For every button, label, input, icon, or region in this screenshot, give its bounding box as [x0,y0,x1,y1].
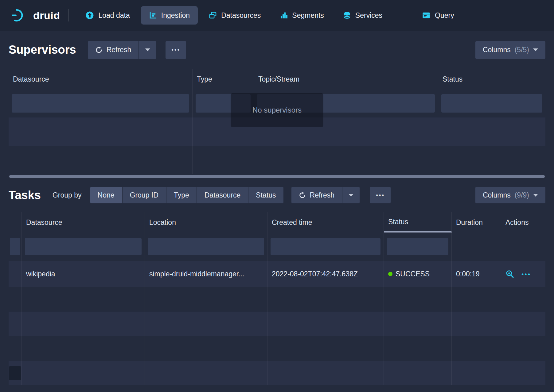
tasks-status-filter-input[interactable] [387,238,448,255]
supervisors-refresh-group: Refresh [88,41,157,59]
tab-services[interactable]: Services [335,6,390,25]
empty-cell [145,287,267,312]
empty-cell [9,336,22,361]
supervisors-status-filter-input[interactable] [441,94,542,113]
segments-icon [280,11,288,19]
cell-duration: 0:00:19 [452,261,501,287]
group-by-group-id-button[interactable]: Group ID [123,187,166,203]
empty-cell [501,336,545,361]
header-topic-stream[interactable]: Topic/Stream [254,69,438,89]
empty-cell [438,146,545,174]
refresh-icon [95,46,103,54]
supervisors-columns-button[interactable]: Columns (5/5) [475,41,545,59]
chevron-down-icon [145,48,150,51]
row-spacer-cell [9,261,22,287]
load-data-icon [85,11,94,20]
filter-cell [145,233,267,261]
magnify-task-icon[interactable] [505,270,514,278]
tasks-refresh-caret-button[interactable] [342,187,360,203]
group-by-type-button[interactable]: Type [166,187,197,203]
tab-datasources[interactable]: Datasources [201,6,269,25]
empty-cell [9,312,22,336]
top-navbar: druid Load data Ingestion [0,0,554,31]
main-navigation: Load data Ingestion Datasources [77,6,462,25]
columns-label: Columns [483,191,511,199]
horizontal-resize-scrollbar[interactable] [9,175,545,178]
empty-cell [384,361,452,385]
empty-cell [267,336,384,361]
empty-cell [267,287,384,312]
nav-label-query: Query [435,11,454,20]
tasks-empty-row [9,361,545,385]
header-duration[interactable]: Duration [452,212,501,233]
tasks-refresh-group: Refresh [291,187,360,203]
tab-segments[interactable]: Segments [272,6,332,25]
empty-cell [452,312,501,336]
header-datasource[interactable]: Datasource [22,212,145,233]
group-by-button-group: None Group ID Type Datasource Status [90,187,283,203]
empty-cell [384,336,452,361]
tasks-datasource-filter-input[interactable] [25,238,142,255]
tasks-refresh-button[interactable]: Refresh [291,187,342,203]
pinned-column-scroll-thumb[interactable] [9,366,21,380]
columns-label: Columns [483,46,511,54]
tasks-columns-button[interactable]: Columns (9/9) [475,187,545,203]
supervisors-table-header: Datasource Type Topic/Stream Status [9,69,545,89]
group-by-status-button[interactable]: Status [248,187,283,203]
filter-cell [452,233,501,261]
empty-cell [22,361,145,385]
header-datasource[interactable]: Datasource [9,69,193,89]
success-status-dot-icon [388,272,392,276]
filter-cell [384,233,452,261]
navbar-divider-2 [402,9,402,21]
tasks-narrow-filter-input[interactable] [10,238,20,255]
task-actions-more-icon[interactable]: ••• [521,271,531,277]
cell-status: SUCCESS [384,261,452,287]
tab-ingestion[interactable]: Ingestion [141,6,198,25]
tab-load-data[interactable]: Load data [77,6,138,25]
empty-cell [254,146,438,174]
group-by-datasource-button[interactable]: Datasource [197,187,248,203]
supervisors-refresh-caret-button[interactable] [139,41,156,59]
empty-cell [9,146,193,174]
supervisors-section: Supervisors Refresh ••• Columns (5/5) [0,31,554,174]
chevron-down-icon [349,194,353,197]
columns-count: (5/5) [515,46,529,54]
empty-cell [145,312,267,336]
header-created-time[interactable]: Created time [267,212,384,233]
druid-logo[interactable]: druid [12,8,60,22]
empty-cell [384,312,452,336]
empty-cell [145,336,267,361]
chevron-down-icon [533,194,538,197]
header-status[interactable]: Status [438,69,545,89]
supervisors-empty-row [9,146,545,174]
header-type[interactable]: Type [193,69,254,89]
filter-cell [22,233,145,261]
supervisors-more-button[interactable]: ••• [166,41,186,59]
header-actions[interactable]: Actions [501,212,545,233]
datasources-icon [209,11,217,19]
nav-label-datasources: Datasources [221,11,261,20]
refresh-icon [299,192,306,199]
chevron-down-icon [533,48,538,51]
tasks-created-time-filter-input[interactable] [271,238,380,255]
empty-cell [145,361,267,385]
refresh-label: Refresh [310,191,335,199]
tasks-title: Tasks [9,189,41,202]
nav-label-services: Services [355,11,382,20]
empty-cell [452,361,501,385]
tab-query[interactable]: Query [414,6,462,25]
cell-location: simple-druid-middlemanager... [145,261,267,287]
tasks-more-button[interactable]: ••• [370,187,391,203]
header-location[interactable]: Location [145,212,267,233]
task-row-wikipedia[interactable]: wikipedia simple-druid-middlemanager... … [9,261,545,287]
header-status[interactable]: Status [384,212,452,233]
tasks-location-filter-input[interactable] [148,238,264,255]
group-by-label: Group by [53,191,82,199]
supervisors-datasource-filter-input[interactable] [12,94,189,113]
group-by-none-button[interactable]: None [90,187,122,203]
nav-label-load-data: Load data [98,11,130,20]
more-icon: ••• [171,47,180,53]
cell-datasource: wikipedia [22,261,145,287]
supervisors-refresh-button[interactable]: Refresh [88,41,139,59]
